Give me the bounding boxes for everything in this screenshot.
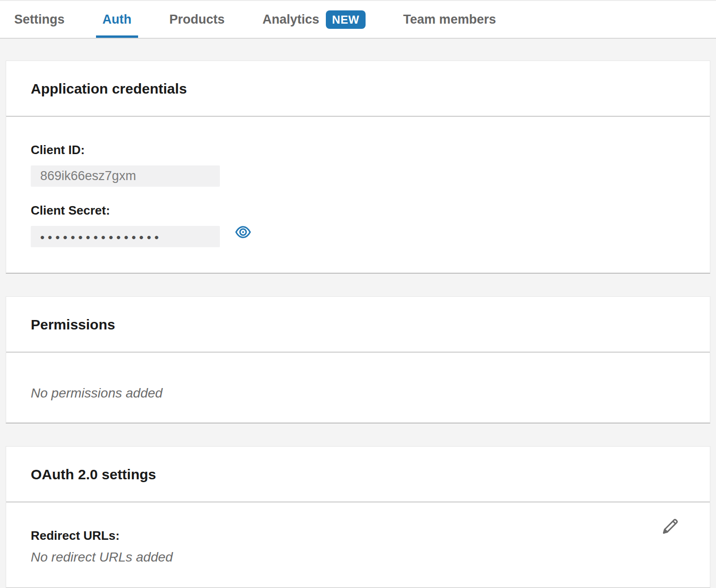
client-secret-label: Client Secret: xyxy=(31,203,685,218)
eye-icon xyxy=(235,225,251,241)
client-id-field[interactable]: 869ik66esz7gxm xyxy=(31,165,220,187)
client-secret-field[interactable]: •••••••••••••••• xyxy=(31,226,220,247)
oauth-settings-title: OAuth 2.0 settings xyxy=(31,467,685,483)
tab-analytics[interactable]: Analytics NEW xyxy=(256,1,372,38)
redirect-urls-label: Redirect URLs: xyxy=(31,528,685,543)
reveal-secret-button[interactable] xyxy=(235,225,251,241)
application-credentials-card: Application credentials Client ID: 869ik… xyxy=(6,61,710,274)
permissions-header: Permissions xyxy=(6,297,710,353)
application-credentials-title: Application credentials xyxy=(31,81,685,97)
tab-settings[interactable]: Settings xyxy=(8,1,71,38)
application-credentials-header: Application credentials xyxy=(6,61,710,117)
permissions-title: Permissions xyxy=(31,317,685,333)
tab-analytics-label: Analytics xyxy=(262,12,319,27)
no-redirect-urls-text: No redirect URLs added xyxy=(31,550,685,565)
permissions-body: No permissions added xyxy=(6,353,710,423)
oauth-settings-body: Redirect URLs: No redirect URLs added xyxy=(6,502,710,588)
tab-products-label: Products xyxy=(169,12,225,27)
tab-auth[interactable]: Auth xyxy=(96,1,138,38)
edit-redirect-urls-button[interactable] xyxy=(660,517,681,537)
application-credentials-body: Client ID: 869ik66esz7gxm Client Secret:… xyxy=(6,117,710,273)
no-permissions-text: No permissions added xyxy=(31,386,685,401)
permissions-card: Permissions No permissions added xyxy=(6,296,710,424)
tab-team-members[interactable]: Team members xyxy=(397,1,503,38)
tab-products[interactable]: Products xyxy=(163,1,231,38)
pencil-icon xyxy=(660,517,680,538)
client-secret-row: •••••••••••••••• xyxy=(31,218,685,247)
new-badge: NEW xyxy=(326,10,366,29)
oauth-settings-card: OAuth 2.0 settings Redirect URLs: No red… xyxy=(6,446,710,588)
tab-team-members-label: Team members xyxy=(403,12,496,27)
auth-tab-content: Application credentials Client ID: 869ik… xyxy=(0,39,716,588)
tab-bar: Settings Auth Products Analytics NEW Tea… xyxy=(0,0,716,39)
client-id-label: Client ID: xyxy=(31,142,685,157)
tab-auth-label: Auth xyxy=(103,12,131,27)
oauth-settings-header: OAuth 2.0 settings xyxy=(6,447,710,502)
tab-settings-label: Settings xyxy=(14,12,65,27)
